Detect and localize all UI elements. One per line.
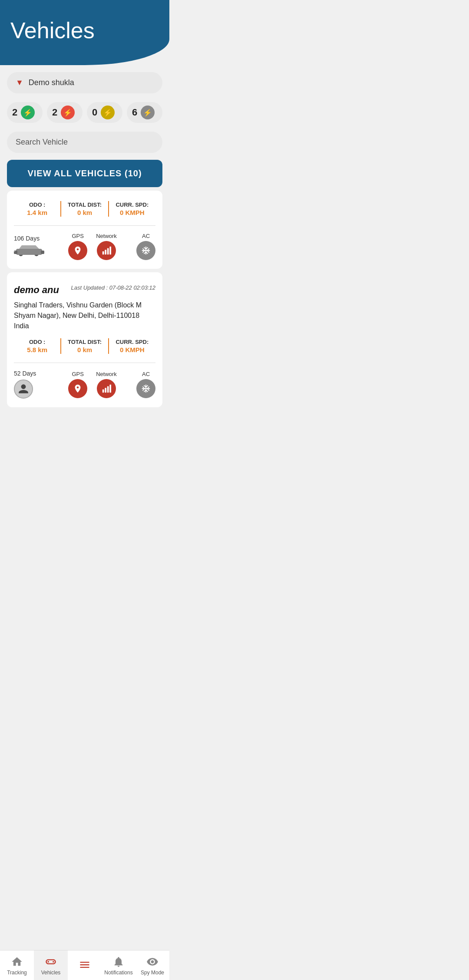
status-icon-gray: ⚡ xyxy=(141,106,155,119)
view-all-vehicles-button[interactable]: VIEW ALL VEHICLES (10) xyxy=(7,160,162,187)
status-badges-row: 2 ⚡ 2 ⚡ 0 ⚡ 6 ⚡ xyxy=(7,102,162,123)
vehicle-1-gps-label: GPS xyxy=(72,233,83,239)
vehicle-1-indicators: GPS Network xyxy=(56,233,129,260)
svg-rect-12 xyxy=(105,388,106,393)
bolt-icon-yellow: ⚡ xyxy=(103,109,112,117)
vehicle-2-stats-row: ODO : 5.8 km TOTAL DIST: 0 km CURR. SPD:… xyxy=(14,335,155,357)
account-name: Demo shukla xyxy=(29,78,74,87)
vehicle-1-name: demo anu xyxy=(14,284,59,296)
bolt-icon-red: ⚡ xyxy=(63,109,72,117)
vehicle-card-1: ODO : 1.4 km TOTAL DIST: 0 km CURR. SPD:… xyxy=(7,191,162,269)
status-count-red: 2 xyxy=(52,107,57,118)
svg-rect-13 xyxy=(107,386,109,393)
vehicle-1-detail-card: demo anu Last Updated : 07-08-22 02:03:1… xyxy=(7,272,162,407)
account-dropdown[interactable]: ▼ Demo shukla xyxy=(7,72,162,93)
vehicle-2-gps-label: GPS xyxy=(72,371,83,377)
vehicle-1-gps-indicator: GPS xyxy=(68,233,87,260)
status-icon-red: ⚡ xyxy=(61,106,75,119)
vehicle-2-days-section: 52 Days xyxy=(14,370,49,399)
header: Vehicles xyxy=(0,0,169,65)
main-content: ▼ Demo shukla 2 ⚡ 2 ⚡ 0 ⚡ xyxy=(0,65,169,445)
page-title: Vehicles xyxy=(10,17,159,43)
network-bars-icon-2 xyxy=(102,384,111,393)
vehicle-2-ac-label: AC xyxy=(142,371,150,377)
vehicle-2-curr-spd: CURR. SPD: 0 KMPH xyxy=(109,339,155,353)
vehicle-1-total-dist: TOTAL DIST: 0 km xyxy=(61,201,108,216)
vehicle-1-network-label: Network xyxy=(96,233,117,239)
vehicle-2-icon xyxy=(14,379,49,399)
person-avatar-icon xyxy=(14,379,33,399)
vehicle-2-gps-indicator: GPS xyxy=(68,371,87,398)
dropdown-arrow-icon: ▼ xyxy=(16,78,23,87)
status-count-green: 2 xyxy=(12,107,17,118)
bolt-icon-gray: ⚡ xyxy=(143,109,152,117)
vehicle-1-icon xyxy=(14,244,49,258)
vehicle-2-network-label: Network xyxy=(96,371,117,377)
vehicle-2-days-label: 52 Days xyxy=(14,370,49,377)
network-bars-icon xyxy=(102,246,111,255)
vehicle-1-ac-circle xyxy=(136,241,155,260)
status-badge-red[interactable]: 2 ⚡ xyxy=(47,102,83,123)
vehicle-2-indicators: GPS Network xyxy=(56,371,129,398)
svg-rect-2 xyxy=(16,249,42,255)
svg-rect-11 xyxy=(102,389,104,392)
gps-pin-icon xyxy=(73,246,83,255)
vehicle-1-odo: ODO : 1.4 km xyxy=(14,201,60,216)
vehicle-2-total-dist: TOTAL DIST: 0 km xyxy=(61,339,108,353)
vehicle-1-days-section: 106 Days xyxy=(14,235,49,258)
snowflake-icon-2 xyxy=(141,384,151,393)
vehicle-1-stats-row: ODO : 1.4 km TOTAL DIST: 0 km CURR. SPD:… xyxy=(14,198,155,220)
vehicle-2-network-circle xyxy=(97,379,116,398)
vehicle-1-ac-label: AC xyxy=(142,233,150,239)
card-divider-2 xyxy=(14,363,155,363)
vehicle-2-ac-section: AC xyxy=(136,371,155,398)
vehicle-1-network-indicator: Network xyxy=(96,233,117,260)
vehicle-2-ac-circle xyxy=(136,379,155,398)
vehicle-2-network-indicator: Network xyxy=(96,371,117,398)
search-vehicle-bar[interactable]: Search Vehicle xyxy=(7,132,162,153)
svg-rect-8 xyxy=(105,250,106,254)
svg-rect-4 xyxy=(41,251,44,254)
svg-rect-7 xyxy=(102,251,104,254)
vehicle-1-info-row: 106 Days xyxy=(14,231,155,262)
status-badge-gray[interactable]: 6 ⚡ xyxy=(127,102,162,123)
vehicle-2-odo: ODO : 5.8 km xyxy=(14,339,60,353)
status-badge-green[interactable]: 2 ⚡ xyxy=(7,102,43,123)
status-count-gray: 6 xyxy=(132,107,137,118)
status-icon-yellow: ⚡ xyxy=(101,106,115,119)
car-svg-icon xyxy=(14,244,44,257)
app-container: Vehicles ▼ Demo shukla 2 ⚡ 2 ⚡ 0 xyxy=(0,0,169,445)
snowflake-icon xyxy=(141,246,151,255)
vehicle-1-address: Singhal Traders, Vishnu Garden (Block M … xyxy=(14,300,155,331)
status-icon-green: ⚡ xyxy=(21,106,35,119)
gps-pin-icon-2 xyxy=(73,384,83,393)
vehicle-2-info-row: 52 Days GPS xyxy=(14,368,155,400)
svg-rect-14 xyxy=(109,384,111,392)
svg-rect-10 xyxy=(109,247,111,254)
vehicle-1-network-circle xyxy=(97,241,116,260)
svg-rect-9 xyxy=(107,248,109,255)
bolt-icon-green: ⚡ xyxy=(23,109,32,117)
status-count-yellow: 0 xyxy=(92,107,97,118)
vehicle-1-last-updated: Last Updated : 07-08-22 02:03:12 xyxy=(71,284,155,291)
search-placeholder: Search Vehicle xyxy=(16,138,68,146)
card-divider-1 xyxy=(14,225,155,226)
person-svg-icon xyxy=(18,383,29,395)
vehicle-1-name-row: demo anu Last Updated : 07-08-22 02:03:1… xyxy=(14,279,155,297)
vehicle-1-gps-circle xyxy=(68,241,87,260)
vehicle-2-gps-circle xyxy=(68,379,87,398)
status-badge-yellow[interactable]: 0 ⚡ xyxy=(87,102,122,123)
vehicle-1-curr-spd: CURR. SPD: 0 KMPH xyxy=(109,201,155,216)
vehicle-1-ac-section: AC xyxy=(136,233,155,260)
vehicle-1-days-label: 106 Days xyxy=(14,235,49,242)
